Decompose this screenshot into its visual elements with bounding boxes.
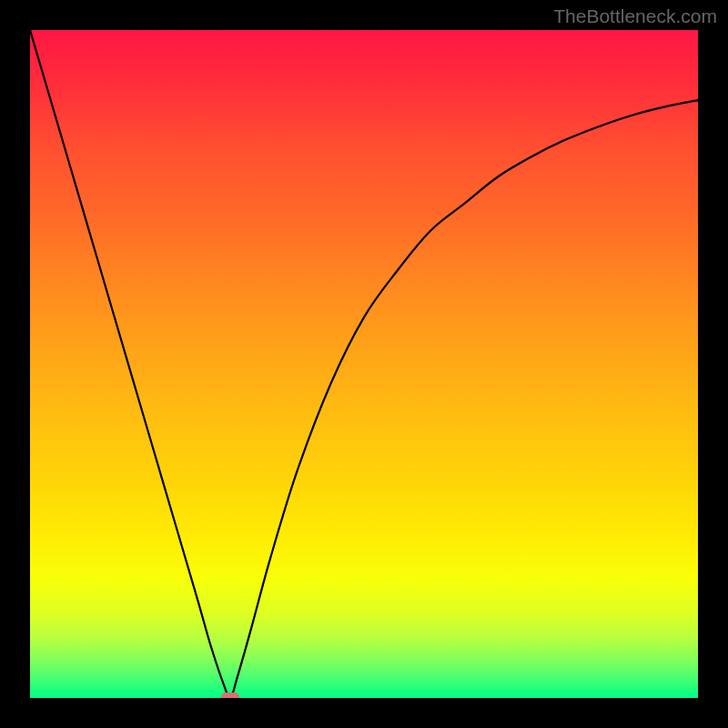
optimal-marker bbox=[221, 693, 239, 698]
bottleneck-curve bbox=[30, 30, 698, 698]
chart-area bbox=[30, 30, 698, 698]
watermark-text: TheBottleneck.com bbox=[553, 5, 717, 27]
